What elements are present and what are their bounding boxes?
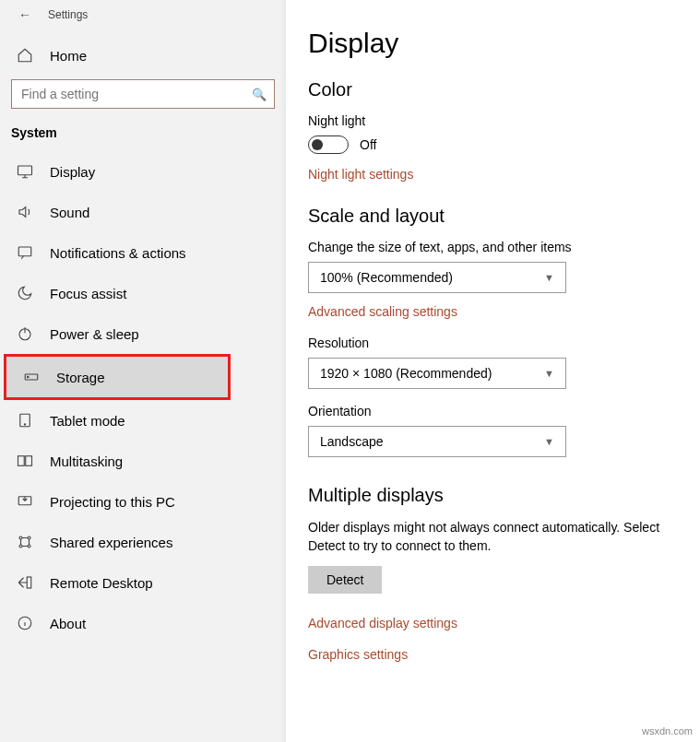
chevron-down-icon: ▼	[544, 436, 554, 447]
svg-rect-8	[26, 456, 32, 466]
sound-icon	[17, 204, 33, 220]
svg-rect-1	[18, 247, 31, 256]
advanced-display-link[interactable]: Advanced display settings	[308, 616, 457, 630]
sidebar-item-shared[interactable]: Shared experiences	[0, 522, 286, 562]
sidebar: ← Settings Home 🔍 System Display Sound N…	[0, 0, 286, 742]
nav-label: Power & sleep	[50, 326, 139, 342]
sidebar-item-projecting[interactable]: Projecting to this PC	[0, 481, 286, 522]
color-heading: Color	[308, 79, 691, 100]
projecting-icon	[17, 493, 33, 510]
chevron-down-icon: ▼	[544, 272, 554, 283]
toggle-knob	[312, 139, 323, 150]
text-size-dropdown[interactable]: 100% (Recommended) ▼	[308, 262, 566, 293]
title-row: ← Settings	[0, 6, 286, 35]
main-content: Display Color Night light Off Night ligh…	[286, 0, 700, 742]
nav-label: About	[50, 616, 86, 631]
notifications-icon	[17, 244, 33, 261]
sidebar-item-storage[interactable]: Storage	[6, 357, 228, 397]
nav-label: Tablet mode	[50, 413, 125, 429]
tablet-icon	[17, 412, 33, 429]
sidebar-item-home[interactable]: Home	[0, 35, 286, 76]
advanced-scaling-link[interactable]: Advanced scaling settings	[308, 304, 457, 319]
nav-label: Sound	[50, 205, 89, 220]
sidebar-item-focus-assist[interactable]: Focus assist	[0, 273, 286, 313]
svg-point-10	[19, 536, 22, 539]
orientation-label: Orientation	[308, 404, 691, 418]
multiple-displays-heading: Multiple displays	[308, 485, 691, 506]
shared-icon	[17, 534, 33, 550]
page-title: Display	[308, 28, 691, 59]
resolution-dropdown[interactable]: 1920 × 1080 (Recommended) ▼	[308, 358, 566, 389]
orientation-dropdown[interactable]: Landscape ▼	[308, 426, 566, 457]
search-input[interactable]	[21, 87, 252, 101]
svg-point-12	[19, 545, 22, 548]
scale-heading: Scale and layout	[308, 206, 691, 227]
graphics-settings-link[interactable]: Graphics settings	[308, 647, 408, 662]
resolution-label: Resolution	[308, 336, 691, 350]
home-icon	[17, 47, 33, 64]
sidebar-item-multitasking[interactable]: Multitasking	[0, 441, 286, 481]
highlight-box: Storage	[4, 354, 231, 400]
nav-label: Projecting to this PC	[50, 494, 175, 510]
nav-label: Home	[50, 48, 87, 64]
svg-rect-7	[18, 456, 25, 466]
dropdown-value: 100% (Recommended)	[320, 270, 453, 285]
dropdown-value: 1920 × 1080 (Recommended)	[320, 366, 492, 381]
search-icon: 🔍	[252, 88, 267, 101]
multitasking-icon	[17, 453, 33, 469]
svg-rect-0	[18, 166, 32, 175]
power-icon	[17, 325, 33, 342]
sidebar-item-remote[interactable]: Remote Desktop	[0, 562, 286, 603]
color-section: Color Night light Off Night light settin…	[308, 79, 691, 182]
svg-point-6	[24, 424, 25, 425]
svg-point-11	[28, 536, 30, 539]
nav-label: Display	[50, 164, 95, 180]
detect-button[interactable]: Detect	[308, 566, 382, 594]
dropdown-value: Landscape	[320, 434, 384, 449]
nav-label: Shared experiences	[50, 535, 172, 550]
text-size-label: Change the size of text, apps, and other…	[308, 240, 691, 254]
sidebar-item-display[interactable]: Display	[0, 151, 286, 192]
storage-icon	[23, 369, 40, 385]
search-box[interactable]: 🔍	[11, 79, 275, 109]
info-icon	[17, 615, 33, 631]
night-light-state: Off	[360, 137, 376, 152]
svg-rect-14	[27, 577, 31, 588]
sidebar-item-about[interactable]: About	[0, 603, 286, 643]
remote-icon	[17, 574, 33, 591]
section-heading: System	[0, 125, 286, 151]
nav-label: Multitasking	[50, 453, 123, 469]
chevron-down-icon: ▼	[544, 368, 554, 379]
back-icon[interactable]: ←	[18, 7, 31, 22]
nav-label: Notifications & actions	[50, 245, 186, 261]
sidebar-item-power[interactable]: Power & sleep	[0, 313, 286, 354]
search-wrap: 🔍	[11, 79, 275, 109]
night-light-label: Night light	[308, 113, 691, 128]
moon-icon	[17, 285, 33, 301]
multiple-displays-desc: Older displays might not always connect …	[308, 519, 691, 555]
watermark: wsxdn.com	[642, 725, 693, 736]
svg-point-13	[28, 545, 30, 548]
night-light-settings-link[interactable]: Night light settings	[308, 167, 413, 182]
night-light-toggle[interactable]	[308, 135, 349, 154]
nav-label: Storage	[56, 370, 105, 385]
scale-section: Scale and layout Change the size of text…	[308, 206, 691, 457]
window-title: Settings	[48, 8, 88, 21]
display-icon	[17, 163, 33, 180]
sidebar-item-sound[interactable]: Sound	[0, 192, 286, 232]
sidebar-item-notifications[interactable]: Notifications & actions	[0, 232, 286, 273]
nav-label: Focus assist	[50, 286, 126, 301]
multiple-displays-section: Multiple displays Older displays might n…	[308, 485, 691, 662]
nav-label: Remote Desktop	[50, 575, 153, 591]
sidebar-item-tablet[interactable]: Tablet mode	[0, 400, 286, 441]
svg-point-4	[28, 376, 30, 378]
